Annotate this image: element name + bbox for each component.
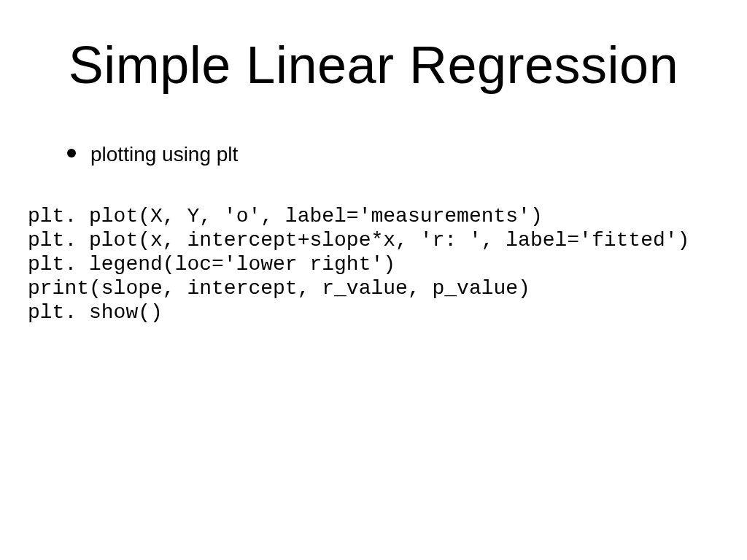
code-block: plt. plot(X, Y, 'o', label='measurements…	[28, 204, 689, 324]
bullet-icon	[67, 149, 76, 158]
code-line-4: print(slope, intercept, r_value, p_value…	[28, 277, 530, 300]
code-line-5: plt. show()	[28, 301, 163, 324]
slide: Simple Linear Regression plotting using …	[0, 0, 747, 560]
code-line-2: plt. plot(x, intercept+slope*x, 'r: ', l…	[28, 229, 689, 252]
slide-title: Simple Linear Regression	[0, 35, 747, 95]
code-line-1: plt. plot(X, Y, 'o', label='measurements…	[28, 205, 543, 228]
bullet-item: plotting using plt	[67, 143, 238, 166]
code-line-3: plt. legend(loc='lower right')	[28, 253, 395, 276]
bullet-text: plotting using plt	[90, 143, 238, 166]
